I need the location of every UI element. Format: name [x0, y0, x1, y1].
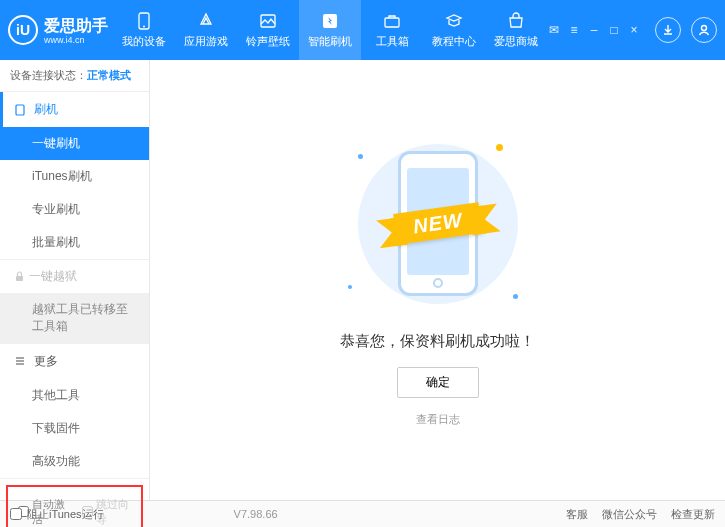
logo-icon: iU [8, 15, 38, 45]
footer-support[interactable]: 客服 [566, 507, 588, 522]
phone-icon [14, 104, 26, 116]
sidebar-item-oneclick-flash[interactable]: 一键刷机 [0, 127, 149, 160]
top-nav: 我的设备 应用游戏 铃声壁纸 智能刷机 工具箱 教程中心 爱思商城 [113, 0, 547, 60]
nav-my-device[interactable]: 我的设备 [113, 0, 175, 60]
success-message: 恭喜您，保资料刷机成功啦！ [340, 332, 535, 351]
flash-icon [320, 11, 340, 31]
ok-button[interactable]: 确定 [397, 367, 479, 398]
sidebar-jailbreak-note: 越狱工具已转移至工具箱 [0, 293, 149, 343]
version-label: V7.98.66 [234, 508, 278, 520]
tutorial-icon [444, 11, 464, 31]
sidebar-item-itunes-flash[interactable]: iTunes刷机 [0, 160, 149, 193]
svg-rect-4 [385, 18, 399, 27]
nav-ringtone-wallpaper[interactable]: 铃声壁纸 [237, 0, 299, 60]
view-log-link[interactable]: 查看日志 [416, 412, 460, 427]
download-button[interactable] [655, 17, 681, 43]
close-icon[interactable]: × [627, 23, 641, 37]
sidebar-group-flash[interactable]: 刷机 [0, 92, 149, 127]
nav-toolbox[interactable]: 工具箱 [361, 0, 423, 60]
sidebar-item-pro-flash[interactable]: 专业刷机 [0, 193, 149, 226]
store-icon [506, 11, 526, 31]
checkbox-block-itunes[interactable]: 阻止iTunes运行 [10, 507, 104, 522]
main-content: NEW 恭喜您，保资料刷机成功啦！ 确定 查看日志 [150, 60, 725, 500]
maximize-icon[interactable]: □ [607, 23, 621, 37]
list-icon [14, 355, 26, 367]
svg-rect-7 [16, 276, 23, 281]
header-controls: ✉ ≡ – □ × [547, 17, 717, 43]
toolbox-icon [382, 11, 402, 31]
footer-check-update[interactable]: 检查更新 [671, 507, 715, 522]
footer-wechat[interactable]: 微信公众号 [602, 507, 657, 522]
menu-icon[interactable]: ≡ [567, 23, 581, 37]
app-header: iU 爱思助手 www.i4.cn 我的设备 应用游戏 铃声壁纸 智能刷机 工具… [0, 0, 725, 60]
wallpaper-icon [258, 11, 278, 31]
sidebar-group-more[interactable]: 更多 [0, 344, 149, 379]
svg-point-1 [143, 26, 145, 28]
nav-smart-flash[interactable]: 智能刷机 [299, 0, 361, 60]
logo-text: 爱思助手 [44, 16, 108, 37]
minimize-icon[interactable]: – [587, 23, 601, 37]
svg-point-5 [702, 26, 707, 31]
device-icon [134, 11, 154, 31]
sidebar-item-download-firmware[interactable]: 下载固件 [0, 412, 149, 445]
nav-store[interactable]: 爱思商城 [485, 0, 547, 60]
sidebar-item-other-tools[interactable]: 其他工具 [0, 379, 149, 412]
nav-tutorials[interactable]: 教程中心 [423, 0, 485, 60]
logo-subtitle: www.i4.cn [44, 35, 108, 45]
sidebar: 设备连接状态：正常模式 刷机 一键刷机 iTunes刷机 专业刷机 批量刷机 一… [0, 60, 150, 500]
apps-icon [196, 11, 216, 31]
sidebar-item-batch-flash[interactable]: 批量刷机 [0, 226, 149, 259]
feedback-icon[interactable]: ✉ [547, 23, 561, 37]
lock-icon [14, 271, 25, 282]
success-illustration: NEW [328, 134, 548, 314]
nav-apps-games[interactable]: 应用游戏 [175, 0, 237, 60]
sidebar-item-advanced[interactable]: 高级功能 [0, 445, 149, 478]
sidebar-group-jailbreak: 一键越狱 [0, 260, 149, 293]
connection-status: 设备连接状态：正常模式 [0, 60, 149, 92]
app-logo: iU 爱思助手 www.i4.cn [8, 15, 113, 45]
user-button[interactable] [691, 17, 717, 43]
svg-rect-6 [16, 105, 24, 115]
